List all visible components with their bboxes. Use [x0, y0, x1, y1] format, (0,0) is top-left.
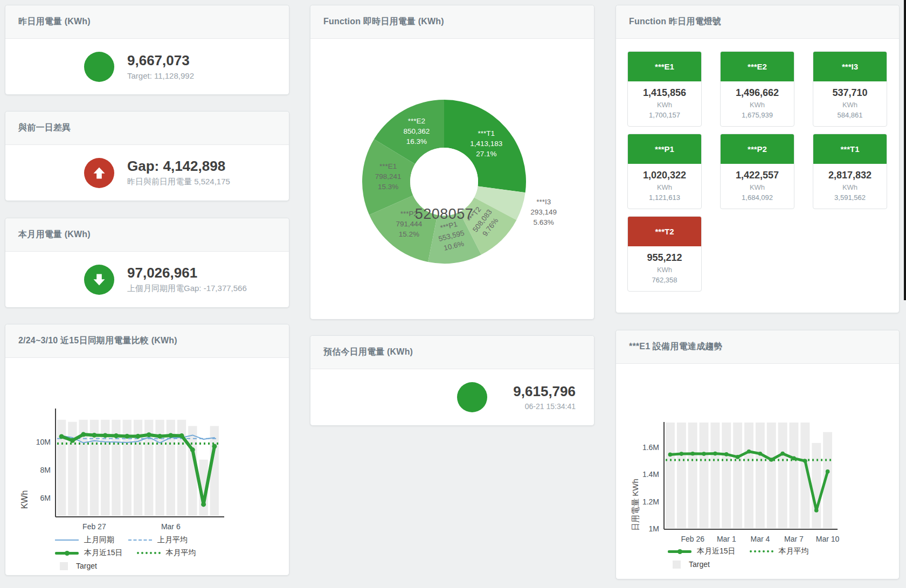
legend-item-this-month-avg[interactable]: 本月平均 — [750, 547, 809, 556]
card-month-body: 97,026,961 上個月同期用電Gap: -17,377,566 — [5, 252, 289, 307]
device-tile[interactable]: ***I3537,710KWh584,861 — [813, 51, 887, 127]
day-gap-subtitle: 昨日與前日用電量 5,524,175 — [127, 177, 230, 187]
device-tiles-grid: ***E11,415,856KWh1,700,157***E21,496,662… — [616, 39, 899, 304]
series-point — [713, 452, 717, 456]
card-light-signals-title: Function 昨日用電燈號 — [629, 17, 721, 26]
trend-chart: 1M1.2M1.4M1.6MFeb 26Mar 1Mar 4Mar 7Mar 1… — [616, 364, 899, 544]
device-target: 3,591,562 — [815, 193, 884, 202]
series-point — [826, 469, 830, 474]
card-trend-title: ***E1 設備用電達成趨勢 — [629, 342, 723, 351]
device-tile-body: 1,415,856KWh1,700,157 — [628, 81, 701, 126]
device-label: ***P2 — [748, 144, 767, 154]
target-bar — [744, 423, 753, 528]
device-tile-header: ***E2 — [721, 52, 794, 81]
card-yesterday-body: 9,667,073 Target: 11,128,992 — [5, 39, 289, 94]
card-day-gap-body: Gap: 4,142,898 昨日與前日用電量 5,524,175 — [5, 145, 289, 200]
device-tile-body: 1,422,557KWh1,684,092 — [721, 164, 794, 209]
device-tile[interactable]: ***P11,020,322KWh1,121,613 — [627, 134, 702, 209]
y-tick-label: 8M — [40, 466, 51, 474]
day-gap-value: Gap: 4,142,898 — [127, 158, 230, 175]
x-tick-label: Mar 4 — [751, 535, 770, 543]
target-bar — [711, 423, 720, 528]
device-tile-body: 2,817,832KWh3,591,562 — [813, 164, 887, 209]
series-point — [147, 432, 151, 437]
device-unit: KWh — [815, 101, 884, 109]
series-point — [136, 434, 141, 439]
device-tile-header: ***T1 — [813, 134, 887, 164]
y-tick-label: 1.4M — [642, 470, 659, 479]
gray-square-swatch-icon — [60, 562, 68, 570]
series-point — [814, 508, 819, 513]
estimate-timestamp: 06-21 15:34:41 — [500, 402, 576, 411]
legend-item-target[interactable]: Target — [55, 562, 97, 570]
series-point — [92, 433, 96, 438]
series-point — [702, 452, 706, 456]
legend-item-this-month[interactable]: 本月近15日 — [55, 548, 123, 558]
card-day-gap-header: 與前一日差異 — [5, 112, 289, 145]
series-point — [157, 434, 162, 439]
legend-item-last-month[interactable]: 上月同期 — [55, 535, 114, 545]
target-bar — [68, 422, 77, 516]
legend-item-this-month-avg[interactable]: 本月平均 — [137, 548, 196, 558]
target-bar — [767, 423, 776, 528]
x-tick-label: Mar 1 — [717, 535, 736, 543]
estimate-value: 9,615,796 — [500, 384, 576, 400]
device-tile[interactable]: ***P21,422,557KWh1,684,092 — [720, 134, 794, 209]
device-target: 1,675,939 — [723, 111, 792, 119]
yesterday-target: Target: 11,128,992 — [127, 71, 194, 80]
device-tile[interactable]: ***T12,817,832KWh3,591,562 — [813, 134, 887, 209]
x-tick-label: Mar 10 — [816, 535, 840, 543]
x-tick-label: Feb 27 — [82, 522, 106, 531]
series-point — [736, 455, 740, 459]
series-point — [103, 433, 108, 438]
series-point — [59, 434, 64, 439]
card-realtime-donut: Function 即時日用電量 (KWh) ***T11,413,18327.1… — [310, 5, 594, 320]
card-day-gap-title: 與前一日差異 — [18, 123, 71, 132]
device-unit: KWh — [630, 266, 699, 274]
card-yesterday-header: 昨日用電量 (KWh) — [5, 5, 289, 39]
device-tile-header: ***P2 — [721, 134, 794, 164]
up-arrow-icon — [84, 158, 114, 188]
card-light-signals: Function 昨日用電燈號 ***E11,415,856KWh1,700,1… — [615, 5, 900, 313]
device-tile-header: ***E1 — [628, 52, 701, 81]
series-point — [803, 459, 807, 463]
green-thick-line-swatch-icon — [55, 552, 79, 555]
down-arrow-icon — [84, 265, 114, 295]
device-unit: KWh — [723, 183, 792, 191]
legend-item-target[interactable]: Target — [668, 560, 710, 569]
legend-item-this-month[interactable]: 本月近15日 — [668, 547, 736, 556]
device-unit: KWh — [723, 101, 792, 109]
device-label: ***I3 — [842, 62, 858, 71]
series-point — [179, 433, 184, 438]
y-tick-label: 1.6M — [642, 443, 659, 452]
device-tile[interactable]: ***T2955,212KWh762,358 — [627, 216, 702, 292]
card-yesterday-title: 昨日用電量 (KWh) — [18, 17, 91, 26]
screen-edge-scrollbar[interactable] — [904, 0, 906, 300]
series-point — [758, 452, 763, 456]
realtime-donut-chart: ***T11,413,18327.1%***I3293,1495.63%***T… — [310, 39, 594, 315]
target-bar — [812, 443, 821, 528]
green-dot-swatch-icon — [137, 552, 161, 554]
device-tile[interactable]: ***E21,496,662KWh1,675,939 — [720, 51, 794, 127]
target-bar — [688, 423, 697, 528]
series-point — [724, 452, 729, 456]
series-point — [747, 449, 751, 454]
device-tile-body: 537,710KWh584,861 — [813, 81, 887, 126]
device-value: 1,422,557 — [723, 170, 792, 181]
device-tile[interactable]: ***E11,415,856KWh1,700,157 — [627, 51, 702, 127]
device-target: 1,121,613 — [630, 193, 699, 202]
device-label: ***T2 — [655, 227, 674, 236]
blue-line-swatch-icon — [55, 539, 79, 541]
y-tick-label: 6M — [40, 494, 51, 502]
device-value: 2,817,832 — [815, 170, 884, 181]
legend-item-last-month-avg[interactable]: 上月平均 — [128, 535, 188, 545]
card-month-header: 本月用電量 (KWh) — [5, 218, 289, 252]
series-point — [680, 452, 684, 456]
compare-chart: 6M8M10MFeb 27Mar 6 — [5, 358, 289, 532]
device-value: 537,710 — [815, 87, 884, 99]
card-trend-chart: ***E1 設備用電達成趨勢 日用電量 KWh 1M1.2M1.4M1.6MFe… — [615, 330, 900, 579]
trend-y-axis-label: 日用電量 KWh — [631, 462, 641, 548]
device-value: 1,020,322 — [630, 170, 699, 181]
device-value: 1,415,856 — [630, 87, 699, 99]
x-tick-label: Feb 26 — [681, 535, 704, 543]
